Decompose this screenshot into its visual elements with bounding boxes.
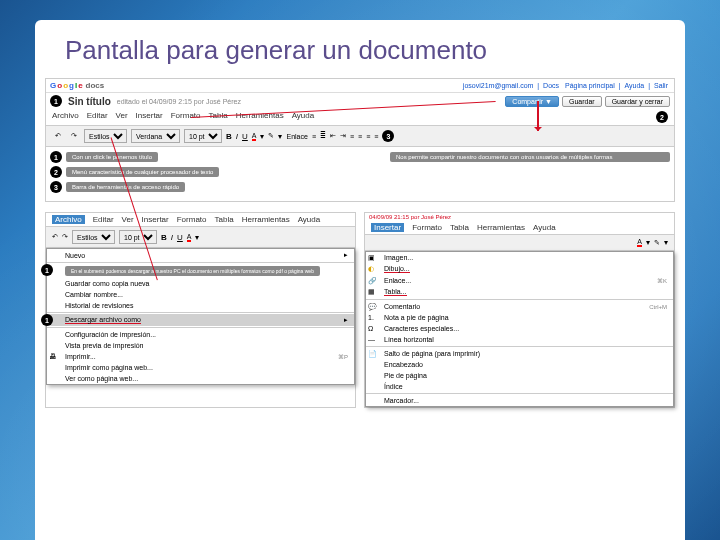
link-docs[interactable]: Docs xyxy=(543,82,559,89)
text-color-icon[interactable]: A xyxy=(637,238,642,247)
text-color-icon[interactable]: A xyxy=(252,132,257,141)
align-right-icon[interactable]: ≡ xyxy=(366,133,370,140)
undo-icon[interactable]: ↶ xyxy=(52,233,58,241)
dd-imprimir[interactable]: 🖶Imprimir...⌘P xyxy=(47,351,354,362)
list-bullet-icon[interactable]: ≣ xyxy=(320,132,326,140)
dd-encabezado[interactable]: Encabezado xyxy=(366,359,673,370)
dd-imagen[interactable]: ▣Imagen... xyxy=(366,252,673,263)
dd-cambiar[interactable]: Cambiar nombre... xyxy=(47,289,354,300)
dd-linea[interactable]: —Línea horizontal xyxy=(366,334,673,345)
align-left-icon[interactable]: ≡ xyxy=(350,133,354,140)
archivo-dropdown: Nuevo▸ 1 En el submenú podemos descargar… xyxy=(46,248,355,385)
dd-caracteres[interactable]: ΩCaracteres especiales... xyxy=(366,323,673,334)
styles-select[interactable]: Estilos xyxy=(84,129,127,143)
text-color-icon[interactable]: A xyxy=(187,233,192,242)
menu-herramientas-3[interactable]: Herramientas xyxy=(477,223,525,232)
indent-icon[interactable]: ⇥ xyxy=(340,132,346,140)
hr-icon: — xyxy=(368,336,378,343)
user-email: josovi21m@gmail.com xyxy=(463,82,534,89)
styles-select-2[interactable]: Estilos xyxy=(72,230,115,244)
doc-title-row: 1 Sin título editado el 04/09/09 2:15 po… xyxy=(46,93,674,109)
underline-icon[interactable]: U xyxy=(242,132,248,141)
link-exit[interactable]: Salir xyxy=(654,82,668,89)
menu-editar[interactable]: Editar xyxy=(87,111,108,123)
arrow-share xyxy=(537,101,539,131)
link-button[interactable]: Enlace xyxy=(286,133,307,140)
menu-ver[interactable]: Ver xyxy=(116,111,128,123)
badge-archivo-1: 1 xyxy=(41,264,53,276)
underline-icon[interactable]: U xyxy=(177,233,183,242)
callout-4: Nos permite compartir nuestro documento … xyxy=(390,152,670,162)
highlight-icon[interactable]: ✎ xyxy=(268,132,274,140)
callout-archivo: En el submenú podemos descargar a nuestr… xyxy=(65,266,320,276)
menu-ayuda-3[interactable]: Ayuda xyxy=(533,223,556,232)
comment-icon: 💬 xyxy=(368,303,378,311)
dd-dibujo[interactable]: ◐Dibujo... xyxy=(366,263,673,275)
dd-enlace[interactable]: 🔗Enlace...⌘K xyxy=(366,275,673,286)
undo-icon[interactable]: ↶ xyxy=(52,130,64,142)
menu-ver-2[interactable]: Ver xyxy=(122,215,134,224)
dd-salto[interactable]: 📄Salto de página (para imprimir) xyxy=(366,348,673,359)
save-button[interactable]: Guardar xyxy=(562,96,602,107)
dd-tabla[interactable]: ▦Tabla... xyxy=(366,286,673,298)
menu-insertar-active[interactable]: Insertar xyxy=(371,223,404,232)
highlight-icon[interactable]: ✎ xyxy=(654,239,660,247)
badge-c3: 3 xyxy=(50,181,62,193)
dd-nota[interactable]: 1.Nota a pie de página xyxy=(366,312,673,323)
bold-icon[interactable]: B xyxy=(226,132,232,141)
outdent-icon[interactable]: ⇤ xyxy=(330,132,336,140)
dd-config[interactable]: Configuración de impresión... xyxy=(47,329,354,340)
bold-icon[interactable]: B xyxy=(161,233,167,242)
italic-icon[interactable]: I xyxy=(171,233,173,242)
dd-comentario[interactable]: 💬ComentarioCtrl+M xyxy=(366,301,673,312)
toolbar: ↶ ↷ Estilos Verdana 10 pt B I U A▾ ✎▾ En… xyxy=(46,126,674,147)
badge-2: 2 xyxy=(656,111,668,123)
align-just-icon[interactable]: ≡ xyxy=(374,133,378,140)
font-select[interactable]: Verdana xyxy=(131,129,180,143)
redo-icon[interactable]: ↷ xyxy=(68,130,80,142)
size-select[interactable]: 10 pt xyxy=(184,129,222,143)
dd-indice[interactable]: Índice xyxy=(366,381,673,392)
dd-descargar[interactable]: 1 Descargar archivo como▸ xyxy=(47,314,354,326)
save-close-button[interactable]: Guardar y cerrar xyxy=(605,96,670,107)
dd-nuevo[interactable]: Nuevo▸ xyxy=(47,249,354,261)
menu-editar-2[interactable]: Editar xyxy=(93,215,114,224)
document-title[interactable]: Sin título xyxy=(68,96,111,107)
dd-guardar-copia[interactable]: Guardar como copia nueva xyxy=(47,278,354,289)
menu-tabla-2[interactable]: Tabla xyxy=(215,215,234,224)
saved-header-small: 04/09/09 21:15 por José Pérez xyxy=(365,213,674,221)
redo-icon[interactable]: ↷ xyxy=(62,233,68,241)
italic-icon[interactable]: I xyxy=(236,132,238,141)
share-button[interactable]: Compartir ▼ xyxy=(505,96,559,107)
menu-insertar[interactable]: Insertar xyxy=(136,111,163,123)
list-num-icon[interactable]: ≡ xyxy=(312,133,316,140)
dd-imprimir-web[interactable]: Imprimir como página web... xyxy=(47,362,354,373)
link-home[interactable]: Página principal xyxy=(565,82,615,89)
menu-archivo[interactable]: Archivo xyxy=(52,111,79,123)
callout-2: Menú característico de cualquier procesa… xyxy=(66,167,219,177)
menu-formato-2[interactable]: Formato xyxy=(177,215,207,224)
dd-pie[interactable]: Pie de página xyxy=(366,370,673,381)
menu-ayuda-2[interactable]: Ayuda xyxy=(298,215,321,224)
menu-tabla[interactable]: Tabla xyxy=(209,111,228,123)
menu-tabla-3[interactable]: Tabla xyxy=(450,223,469,232)
drawing-icon: ◐ xyxy=(368,265,378,273)
dd-historial[interactable]: Historial de revisiones xyxy=(47,300,354,311)
menu-formato-3[interactable]: Formato xyxy=(412,223,442,232)
header-links: josovi21m@gmail.com | Docs Página princi… xyxy=(461,82,670,89)
dd-desc-row: 1 En el submenú podemos descargar a nues… xyxy=(47,264,354,278)
callout-1: Con un click le ponemos título xyxy=(66,152,158,162)
menu-archivo-active[interactable]: Archivo xyxy=(52,215,85,224)
dd-ver-web[interactable]: Ver como página web... xyxy=(47,373,354,384)
menu-insertar-2[interactable]: Insertar xyxy=(142,215,169,224)
dd-vista[interactable]: Vista previa de impresión xyxy=(47,340,354,351)
menu-ayuda[interactable]: Ayuda xyxy=(292,111,315,123)
docs-header: Google docs josovi21m@gmail.com | Docs P… xyxy=(46,79,674,93)
align-center-icon[interactable]: ≡ xyxy=(358,133,362,140)
badge-c1: 1 xyxy=(50,151,62,163)
badge-archivo-1b: 1 xyxy=(41,314,53,326)
size-select-2[interactable]: 10 pt xyxy=(119,230,157,244)
menu-herramientas-2[interactable]: Herramientas xyxy=(242,215,290,224)
link-help[interactable]: Ayuda xyxy=(625,82,645,89)
dd-marcador[interactable]: Marcador... xyxy=(366,395,673,406)
